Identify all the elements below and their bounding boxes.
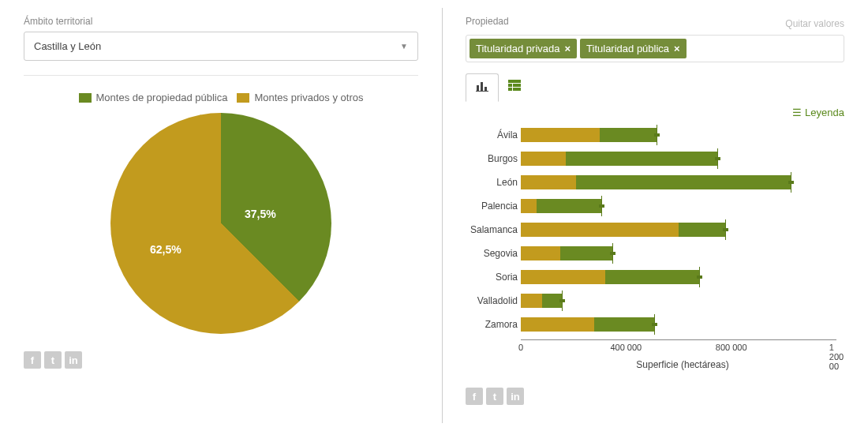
bar-category-label: León [466,177,518,188]
bar-end-marker [717,148,718,169]
bar-track [521,270,844,284]
bar-row: León [521,171,844,194]
social-share: f t in [24,351,418,369]
bar-end-marker [562,290,563,311]
bar-end-marker [612,243,613,264]
bar-end-marker [791,172,791,193]
linkedin-icon[interactable]: in [507,388,524,405]
property-filter-label: Propiedad [466,16,509,27]
pie-slice-label-public: 37,5% [245,208,276,220]
bar-row: Burgos [521,147,844,171]
twitter-icon[interactable]: t [486,388,503,405]
chip-titularidad-publica[interactable]: Titularidad pública × [580,39,687,58]
bar-row: Zamora [521,313,844,336]
legend-swatch-private [237,93,249,103]
bar-chart-icon [476,81,488,95]
bar-segment [566,152,718,166]
table-icon [508,80,521,94]
right-panel: Propiedad Quitar valores Titularidad pri… [442,0,868,431]
bar-segment [521,317,594,332]
bar-category-label: Soria [466,272,518,283]
bar-category-label: Zamora [466,319,518,330]
legend-item-private: Montes privados y otros [237,92,363,103]
close-icon[interactable]: × [674,43,680,54]
divider-line [24,75,418,76]
xaxis-tick-label: 400 000 [610,343,642,352]
territory-filter-label: Ámbito territorial [24,16,418,27]
close-icon[interactable]: × [564,43,571,54]
bar-segment [521,246,560,260]
bar-segment [521,128,600,142]
bar-row: Soria [521,265,844,289]
bar-chart: ÁvilaBurgosLeónPalenciaSalamancaSegoviaS… [466,123,844,336]
left-panel: Ámbito territorial Castilla y León ▼ Mon… [0,0,442,431]
chevron-down-icon: ▼ [400,42,408,51]
bar-segment [537,199,602,213]
bar-category-label: Ávila [466,129,518,141]
bar-segment [521,223,679,237]
pie-slice-label-private: 62,5% [150,243,181,256]
bar-row: Salamanca [521,218,844,242]
bar-segment [560,246,613,260]
bar-segment [600,128,657,142]
bar-category-label: Segovia [466,248,518,259]
bar-segment [521,199,537,213]
legend-toggle[interactable]: ☰ Leyenda [466,107,844,118]
chip-label: Titularidad privada [476,43,559,54]
chip-titularidad-privada[interactable]: Titularidad privada × [470,39,577,58]
bar-end-marker [601,196,602,216]
bar-chart-xlabel: Superficie (hectáreas) [521,359,844,370]
bar-row: Palencia [521,194,844,218]
bar-track [521,175,844,189]
pie-legend: Montes de propiedad pública Montes priva… [24,92,418,103]
list-icon: ☰ [792,107,805,118]
bar-segment [521,175,576,189]
xaxis-tick-label: 0 [518,343,523,352]
bar-end-marker [699,267,700,287]
territory-select[interactable]: Castilla y León ▼ [24,32,418,61]
bar-segment [521,152,566,166]
bar-chart-xaxis: 0400 000800 0001 200 00 [521,339,836,354]
clear-values-link[interactable]: Quitar valores [785,18,844,29]
bar-segment [605,270,700,284]
bar-track [521,246,844,260]
bar-segment [594,317,655,332]
bar-segment [576,175,791,189]
bar-track [521,199,844,213]
bar-row: Valladolid [521,289,844,313]
facebook-icon[interactable]: f [466,388,483,405]
bar-track [521,128,844,142]
legend-label-private: Montes privados y otros [254,92,363,103]
bar-end-marker [657,125,657,145]
xaxis-tick-label: 1 200 00 [829,343,844,371]
bar-category-label: Palencia [466,201,518,212]
bar-segment [679,223,726,237]
bar-track [521,223,844,237]
social-share: f t in [466,388,844,405]
bar-track [521,317,844,332]
bar-row: Segovia [521,242,844,265]
chip-label: Titularidad pública [586,43,669,54]
legend-item-public: Montes de propiedad pública [79,92,228,103]
tab-chart[interactable] [466,73,499,102]
territory-select-value: Castilla y León [34,40,101,52]
bar-segment [521,294,542,308]
facebook-icon[interactable]: f [24,351,41,369]
bar-segment [521,270,605,284]
linkedin-icon[interactable]: in [65,351,82,369]
bar-category-label: Burgos [466,153,518,164]
bar-row: Ávila [521,123,844,147]
bar-track [521,294,844,308]
bar-end-marker [654,314,655,335]
twitter-icon[interactable]: t [44,351,62,369]
bar-end-marker [725,219,726,240]
xaxis-tick-label: 800 000 [716,343,747,352]
bar-track [521,152,844,166]
bar-category-label: Valladolid [466,295,518,306]
tab-table[interactable] [499,73,530,100]
legend-label-public: Montes de propiedad pública [96,92,228,103]
pie-chart: 37,5% 62,5% [110,113,331,334]
property-chips-container[interactable]: Titularidad privada × Titularidad públic… [466,35,844,62]
view-tabs [466,73,844,102]
bar-category-label: Salamanca [466,224,518,235]
